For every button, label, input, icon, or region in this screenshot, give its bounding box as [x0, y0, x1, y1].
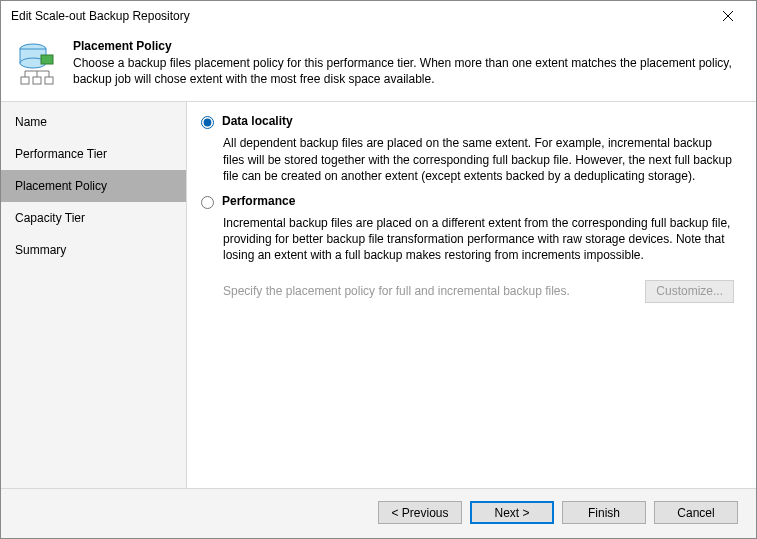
radio-performance[interactable]	[201, 196, 214, 209]
body: Name Performance Tier Placement Policy C…	[1, 102, 756, 488]
sidebar-item-summary[interactable]: Summary	[1, 234, 186, 266]
footer: < Previous Next > Finish Cancel	[1, 488, 756, 538]
sidebar-item-name[interactable]: Name	[1, 106, 186, 138]
previous-button[interactable]: < Previous	[378, 501, 462, 524]
sidebar-item-capacity-tier[interactable]: Capacity Tier	[1, 202, 186, 234]
finish-button[interactable]: Finish	[562, 501, 646, 524]
close-button[interactable]	[708, 2, 748, 30]
svg-rect-5	[41, 55, 53, 64]
option-data-locality[interactable]: Data locality	[197, 114, 734, 129]
option-performance[interactable]: Performance	[197, 194, 734, 209]
svg-rect-10	[21, 77, 29, 84]
radio-data-locality[interactable]	[201, 116, 214, 129]
option-desc-performance: Incremental backup files are placed on a…	[223, 215, 734, 264]
repository-icon	[13, 39, 61, 87]
option-desc-data-locality: All dependent backup files are placed on…	[223, 135, 734, 184]
sidebar: Name Performance Tier Placement Policy C…	[1, 102, 187, 488]
cancel-button[interactable]: Cancel	[654, 501, 738, 524]
sidebar-item-performance-tier[interactable]: Performance Tier	[1, 138, 186, 170]
window-title: Edit Scale-out Backup Repository	[11, 9, 708, 23]
content: Data locality All dependent backup files…	[187, 102, 756, 488]
next-button[interactable]: Next >	[470, 501, 554, 524]
header-subtitle: Choose a backup files placement policy f…	[73, 55, 744, 87]
titlebar: Edit Scale-out Backup Repository	[1, 1, 756, 31]
option-title-performance: Performance	[222, 194, 295, 208]
option-title-data-locality: Data locality	[222, 114, 293, 128]
svg-rect-12	[45, 77, 53, 84]
customize-button: Customize...	[645, 280, 734, 303]
sidebar-item-placement-policy[interactable]: Placement Policy	[1, 170, 186, 202]
specify-row: Specify the placement policy for full an…	[223, 280, 734, 303]
svg-rect-11	[33, 77, 41, 84]
header-text: Placement Policy Choose a backup files p…	[73, 39, 744, 87]
close-icon	[723, 11, 733, 21]
specify-text: Specify the placement policy for full an…	[223, 284, 635, 298]
header-title: Placement Policy	[73, 39, 744, 53]
header: Placement Policy Choose a backup files p…	[1, 31, 756, 102]
